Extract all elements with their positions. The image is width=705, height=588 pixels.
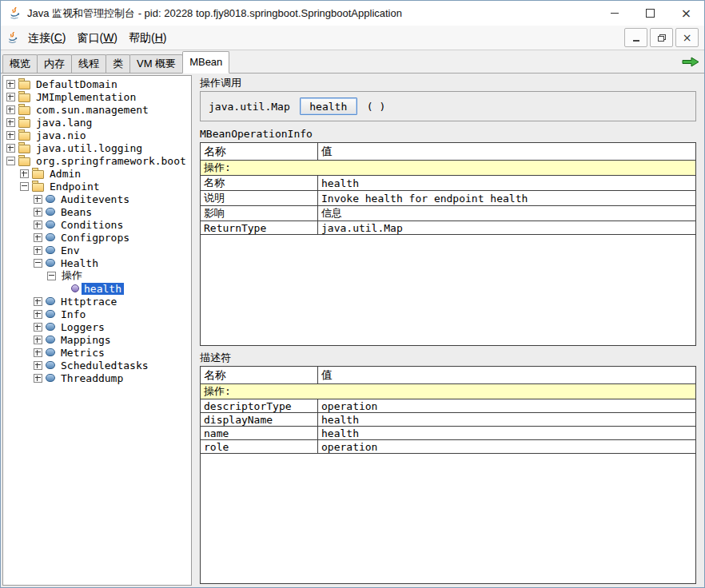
- collapse-icon[interactable]: [6, 157, 15, 165]
- tree-item-loggers[interactable]: Loggers: [3, 320, 191, 333]
- tree-item-threaddump[interactable]: Threaddump: [3, 371, 191, 384]
- expand-icon[interactable]: [34, 195, 42, 204]
- tree-item-label: Health: [58, 257, 101, 269]
- tab-mbeans[interactable]: MBean: [182, 51, 229, 74]
- tree-item-com-sun-management[interactable]: com.sun.management: [3, 103, 191, 116]
- mbeanoperationinfo-title: MBeanOperationInfo: [200, 127, 696, 141]
- table-row[interactable]: namehealth: [201, 427, 695, 440]
- expand-icon[interactable]: [6, 105, 15, 114]
- column-header-name[interactable]: 名称: [201, 367, 318, 384]
- tree-item-metrics[interactable]: Metrics: [3, 346, 191, 359]
- expand-icon[interactable]: [6, 93, 15, 101]
- descriptor-table: 名称值操作:descriptorTypeoperationdisplayName…: [200, 366, 696, 584]
- table-row[interactable]: roleoperation: [201, 440, 695, 454]
- cell-value: operation: [318, 440, 696, 454]
- tree-item-label: Beans: [58, 206, 94, 218]
- mbeans-tab-content: DefaultDomainJMImplementationcom.sun.man…: [1, 74, 704, 587]
- expand-icon[interactable]: [34, 220, 42, 229]
- tab-threads[interactable]: 线程: [71, 54, 106, 73]
- tree-item-label: Threaddump: [58, 372, 125, 384]
- expand-icon[interactable]: [34, 361, 42, 370]
- tree-item-org-springframework-boot[interactable]: org.springframework.boot: [3, 154, 191, 167]
- table-row[interactable]: 影响信息: [201, 206, 695, 221]
- mbean-icon: [46, 323, 55, 331]
- table-row[interactable]: displayNamehealth: [201, 413, 695, 427]
- frame-minimize-button[interactable]: [624, 28, 647, 47]
- expand-icon[interactable]: [34, 233, 42, 242]
- mbean-icon: [46, 195, 55, 203]
- tree-item-conditions[interactable]: Conditions: [3, 218, 191, 231]
- table-row[interactable]: descriptorTypeoperation: [201, 399, 695, 413]
- tree-item-admin[interactable]: Admin: [3, 167, 191, 180]
- tree-item-info[interactable]: Info: [3, 308, 191, 320]
- expand-icon[interactable]: [6, 80, 15, 89]
- tree-item-beans[interactable]: Beans: [3, 205, 191, 218]
- tree-item-health[interactable]: Health: [3, 256, 191, 269]
- tree-item-env[interactable]: Env: [3, 244, 191, 256]
- tab-classes[interactable]: 类: [106, 54, 130, 73]
- tree-item-java-nio[interactable]: java.nio: [3, 129, 191, 141]
- column-header-value[interactable]: 值: [318, 143, 696, 161]
- table-row[interactable]: 说明Invoke health for endpoint health: [201, 191, 695, 206]
- table-row[interactable]: 名称health: [201, 176, 695, 191]
- expand-icon[interactable]: [34, 246, 42, 255]
- expand-icon[interactable]: [34, 374, 42, 383]
- expand-icon[interactable]: [6, 118, 15, 127]
- operation-return-type: java.util.Map: [209, 101, 290, 113]
- tree-item-jmimplementation[interactable]: JMImplementation: [3, 90, 191, 103]
- menu-window[interactable]: 窗口(W): [71, 28, 123, 47]
- cell-value: health: [318, 427, 696, 440]
- tree-item-label: java.util.logging: [34, 142, 145, 154]
- tree-item-auditevents[interactable]: Auditevents: [3, 193, 191, 205]
- cell-value: operation: [318, 399, 696, 413]
- tree-item-default-domain[interactable]: DefaultDomain: [3, 77, 191, 90]
- cell-name: 影响: [201, 206, 318, 221]
- tree-item-configprops[interactable]: Configprops: [3, 231, 191, 244]
- frame-close-button[interactable]: ×: [675, 28, 699, 47]
- expand-icon[interactable]: [34, 336, 42, 344]
- tree-item-httptrace[interactable]: Httptrace: [3, 295, 191, 308]
- tab-overview[interactable]: 概览: [2, 54, 38, 73]
- collapse-icon[interactable]: [20, 182, 29, 191]
- collapse-icon[interactable]: [47, 272, 56, 280]
- minimize-button[interactable]: [596, 1, 632, 26]
- maximize-icon: [646, 9, 655, 18]
- invoke-health-button[interactable]: health: [300, 97, 357, 115]
- tree-item-scheduledtasks[interactable]: Scheduledtasks: [3, 359, 191, 371]
- expand-icon[interactable]: [34, 323, 42, 332]
- expand-icon[interactable]: [20, 169, 29, 178]
- menubar: 连接(C)窗口(W)帮助(H) ×: [1, 26, 704, 50]
- tab-vm-summary[interactable]: VM 概要: [129, 54, 183, 73]
- menu-help[interactable]: 帮助(H): [123, 28, 172, 47]
- column-header-name[interactable]: 名称: [201, 143, 318, 161]
- close-button[interactable]: ×: [668, 1, 704, 26]
- frame-restore-button[interactable]: [650, 28, 673, 47]
- tree-item-mappings[interactable]: Mappings: [3, 333, 191, 346]
- expand-icon[interactable]: [34, 348, 42, 357]
- tree-item-label: Mappings: [58, 334, 114, 346]
- collapse-icon[interactable]: [34, 259, 42, 268]
- tree-item-operations[interactable]: 操作: [3, 269, 191, 282]
- column-header-value[interactable]: 值: [318, 367, 696, 384]
- mbean-icon: [46, 374, 55, 382]
- tree-item-java-util-logging[interactable]: java.util.logging: [3, 141, 191, 154]
- expand-icon[interactable]: [6, 131, 15, 140]
- titlebar[interactable]: Java 监视和管理控制台 - pid: 20228 top.fjy8018.s…: [1, 1, 704, 26]
- tab-memory[interactable]: 内存: [37, 54, 72, 73]
- tree-item-java-lang[interactable]: java.lang: [3, 116, 191, 129]
- mbean-tree[interactable]: DefaultDomainJMImplementationcom.sun.man…: [2, 75, 192, 586]
- expand-icon[interactable]: [34, 208, 42, 217]
- expand-icon[interactable]: [6, 144, 15, 153]
- tree-item-label: Configprops: [58, 232, 132, 244]
- tree-item-health-operation[interactable]: health: [3, 282, 191, 295]
- expand-icon[interactable]: [34, 297, 42, 306]
- tree-item-endpoint[interactable]: Endpoint: [3, 180, 191, 193]
- expand-icon[interactable]: [34, 310, 42, 319]
- folder-icon: [32, 170, 44, 179]
- folder-icon: [18, 93, 30, 102]
- maximize-button[interactable]: [632, 1, 668, 26]
- tree-item-label: 操作: [59, 268, 85, 283]
- table-row[interactable]: ReturnTypejava.util.Map: [201, 221, 695, 235]
- menu-connection[interactable]: 连接(C): [22, 28, 71, 47]
- tree-item-label: org.springframework.boot: [34, 155, 189, 167]
